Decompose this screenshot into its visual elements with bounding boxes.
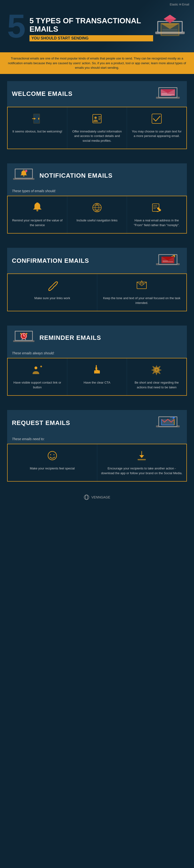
link-icon	[46, 280, 58, 292]
reminder-cards: Have visible support contact link or but…	[7, 358, 187, 396]
svg-point-95	[48, 452, 57, 460]
notification-card-1: Remind your recipient of the value of th…	[8, 196, 67, 233]
welcome-card-3-text: You may choose to use plain text for a m…	[131, 129, 183, 138]
check-icon	[151, 113, 162, 126]
notification-card-1-text: Remind your recipient of the value of th…	[11, 218, 63, 227]
reminder-card-1-text: Have visible support contact link or but…	[11, 380, 63, 390]
gear-icon	[151, 364, 162, 377]
svg-point-102	[84, 495, 89, 500]
hero-left: 5 5 TYPES OF TRANSACTIONAL EMAILS YOU SH…	[7, 12, 153, 43]
reminder-card-2: Have the clear CTA	[67, 359, 127, 395]
reminder-card-3-text: Be short and clear regarding the actions…	[131, 380, 183, 390]
notification-icon	[12, 167, 36, 184]
svg-point-35	[25, 170, 27, 172]
reminder-header: REMINDER EMAILS	[7, 326, 187, 350]
svg-rect-84	[96, 365, 97, 369]
globe-icon	[91, 202, 103, 215]
request-card-2-text: Encourage your recipients to take anothe…	[101, 466, 183, 475]
confirmation-cards: Make sure your links work ! Keep the ton…	[7, 274, 187, 311]
notification-header: NOTIFICATION EMAILS	[7, 163, 187, 188]
request-cards: Make your recipients feel special Encour…	[7, 444, 187, 482]
svg-point-25	[94, 117, 97, 119]
reminder-section: REMINDER EMAILS These emails always shou…	[0, 318, 194, 403]
welcome-cards: It seems obvious, but be welcoming! Offe…	[7, 107, 187, 149]
welcome-card-1-text: It seems obvious, but be welcoming!	[12, 129, 62, 134]
hero-envelope-icon	[153, 13, 187, 42]
welcome-icon	[154, 85, 182, 103]
welcome-title: WELCOME EMAILS	[12, 90, 72, 97]
notification-card-2-text: Include useful navigation links	[76, 218, 118, 223]
svg-text:!: !	[141, 282, 142, 284]
notification-card-3: Have a real email address in the "From" …	[127, 196, 186, 233]
hero-heading: 5 TYPES OF TRANSACTIONAL EMAILS	[30, 17, 153, 33]
confirmation-header: CONFIRMATION EMAILS	[7, 248, 187, 274]
svg-point-36	[36, 210, 38, 211]
door-icon	[32, 113, 43, 126]
request-card-1: Make your recipients feel special	[8, 444, 97, 481]
confirmation-section: CONFIRMATION EMAILS	[0, 241, 194, 318]
svg-marker-43	[96, 204, 98, 205]
confirmation-title: CONFIRMATION EMAILS	[12, 257, 89, 265]
hero-number: 5	[7, 9, 26, 43]
download-icon	[136, 450, 148, 463]
svg-point-76	[34, 367, 37, 369]
confirmation-card-2-text: Keep the tone and text of your email foc…	[101, 296, 183, 305]
bell-icon	[32, 202, 43, 215]
reminder-card-2-text: Have the clear CTA	[84, 380, 110, 385]
intro-banner: Transactional emails are one of the most…	[0, 52, 194, 74]
hero-subtitle: YOU SHOULD START SENDING	[30, 35, 153, 41]
notification-card-2: Include useful navigation links	[67, 196, 127, 233]
svg-rect-82	[94, 370, 96, 374]
confirmation-card-1-text: Make sure your links work	[34, 296, 70, 301]
svg-marker-44	[96, 210, 98, 211]
footer-brand: VENNGAGE	[0, 489, 194, 506]
welcome-header: WELCOME EMAILS	[7, 81, 187, 107]
request-card-2: Encourage your recipients to take anothe…	[97, 444, 187, 481]
request-header: REQUEST EMAILS	[7, 410, 187, 436]
welcome-section: WELCOME EMAILS	[0, 74, 194, 156]
reminder-title: REMINDER EMAILS	[39, 334, 101, 341]
request-icon	[154, 413, 182, 432]
svg-point-73	[26, 333, 27, 334]
reminder-icon	[12, 329, 36, 346]
welcome-card-2-text: Offer immediately useful information and…	[71, 129, 123, 143]
envelope-warning-icon: !	[136, 280, 148, 292]
confirmation-card-2: ! Keep the tone and text of your email f…	[97, 274, 187, 311]
svg-point-97	[54, 454, 55, 455]
notification-card-3-text: Have a real email address in the "From" …	[131, 218, 183, 227]
confirmation-icon	[154, 251, 182, 270]
request-section: REQUEST EMAILS These emails need to:	[0, 403, 194, 489]
hero-section: Elastic ✉ Email 5 5 TYPES OF TRANSACTION…	[0, 0, 194, 52]
request-subtext: These emails need to:	[7, 436, 187, 444]
svg-rect-81	[98, 370, 100, 374]
brand-label: Elastic ✉ Email	[170, 3, 189, 6]
svg-marker-99	[139, 455, 144, 458]
reminder-card-1: Have visible support contact link or but…	[8, 359, 67, 395]
person-contact-icon	[91, 113, 103, 126]
edit-icon	[151, 202, 162, 215]
people-plus-icon	[32, 364, 43, 377]
svg-point-96	[50, 454, 51, 455]
venngage-logo-icon	[84, 494, 89, 500]
smile-icon	[46, 450, 58, 463]
confirmation-card-1: Make sure your links work	[8, 274, 97, 311]
welcome-card-3: You may choose to use plain text for a m…	[127, 107, 186, 149]
reminder-subtext: These emails always should:	[7, 350, 187, 358]
notification-section: NOTIFICATION EMAILS These types of email…	[0, 156, 194, 241]
svg-point-72	[20, 333, 22, 334]
footer-brand-text: VENNGAGE	[91, 495, 110, 499]
svg-point-33	[23, 175, 25, 177]
welcome-card-1: It seems obvious, but be welcoming!	[8, 107, 67, 149]
svg-point-103	[85, 495, 88, 500]
svg-rect-89	[161, 419, 174, 425]
welcome-card-2: Offer immediately useful information and…	[67, 107, 127, 149]
notification-subtext: These types of emails should:	[7, 188, 187, 196]
svg-rect-21	[38, 118, 39, 120]
request-card-1-text: Make your recipients feel special	[30, 466, 75, 471]
notification-cards: Remind your recipient of the value of th…	[7, 196, 187, 234]
hero-title-block: 5 TYPES OF TRANSACTIONAL EMAILS YOU SHOU…	[30, 12, 153, 41]
svg-rect-80	[97, 370, 98, 374]
hand-cta-icon	[91, 364, 103, 377]
reminder-card-3: Be short and clear regarding the actions…	[127, 359, 186, 395]
request-title: REQUEST EMAILS	[12, 419, 70, 427]
